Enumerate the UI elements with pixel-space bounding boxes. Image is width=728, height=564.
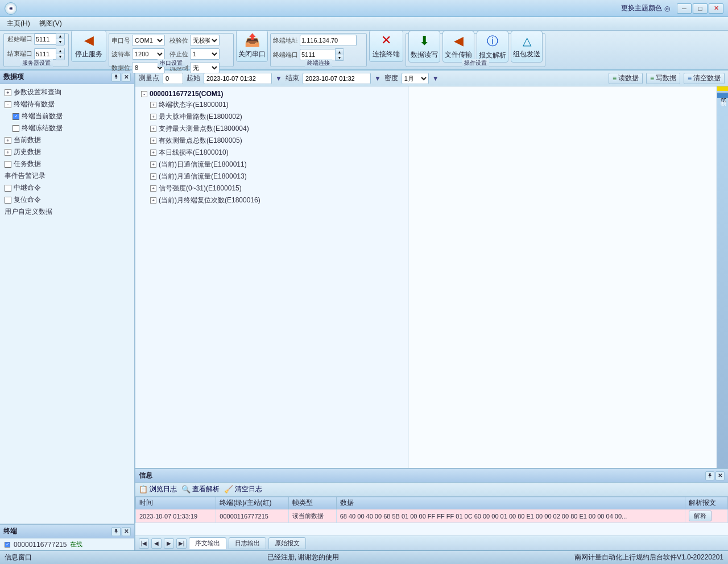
tree-item-task[interactable]: 任务数据 (0, 158, 134, 170)
tree-item-current[interactable]: + 当前数据 (0, 134, 134, 146)
check-reset[interactable] (5, 197, 11, 204)
write-data-btn[interactable]: ≡ 写数据 (646, 73, 680, 84)
baud-select[interactable]: 1200 (132, 48, 165, 60)
read-data-btn[interactable]: ≡ 读数据 (609, 73, 643, 84)
expand-item-6[interactable]: + (150, 173, 156, 180)
theme-label[interactable]: 更换主题颜色 (621, 3, 662, 13)
report-analyze-button[interactable]: ⓘ 报文解析 (477, 31, 508, 63)
bottom-tab-log[interactable]: 日志输出 (229, 537, 266, 549)
tab-analyze[interactable]: 🔍 查看解析 (181, 484, 220, 494)
data-tree-item-8[interactable]: + (当前)月终端复位次数(E1800016) (135, 194, 408, 206)
expand-item-4[interactable]: + (150, 150, 156, 156)
measure-input[interactable] (163, 73, 183, 84)
tree-item-frozen-data[interactable]: 终端冻结数据 (0, 122, 134, 134)
data-tree-item-1[interactable]: + 最大脉冲量路数(E1800002) (135, 111, 408, 123)
terminal-list-item[interactable]: ✓ 00000116777215 在线 (0, 538, 134, 550)
connect-button[interactable]: ✕ 连接终端 (369, 30, 403, 62)
expand-item-1[interactable]: + (150, 114, 156, 120)
clear-data-btn[interactable]: ≡ 清空数据 (684, 73, 725, 84)
density-select[interactable]: 1月 (402, 73, 429, 84)
stop-bit-row: 停止位 1 (169, 48, 220, 60)
file-transfer-button[interactable]: ◀ 文件传输 (442, 31, 474, 63)
tree-item-current-data[interactable]: ✓ 终端当前数据 (0, 110, 134, 122)
info-close[interactable]: ✕ (715, 471, 725, 480)
terminal-addr-input[interactable] (300, 35, 357, 46)
data-tree-item-6[interactable]: + (当前)月通信流量(E1800013) (135, 171, 408, 183)
tree-item-reset[interactable]: 复位命令 (0, 194, 134, 206)
com-select[interactable]: COM1 (132, 35, 165, 46)
bottom-tab-seq[interactable]: 序文输出 (189, 537, 226, 549)
restore-button[interactable]: □ (693, 3, 708, 14)
terminal-port-up[interactable]: ▲ (336, 49, 344, 55)
terminal-checkbox[interactable]: ✓ (5, 542, 10, 548)
tree-item-terminal-data[interactable]: - 终端待有数据 (0, 98, 134, 110)
expand-root[interactable]: - (141, 91, 147, 97)
tree-item-params[interactable]: + 参数设置和查询 (0, 86, 134, 98)
help-icon[interactable]: ◎ (664, 5, 670, 13)
data-tree-root[interactable]: - 0000011677215(COM1) (135, 89, 408, 99)
write-data-btn-icon: ≡ (650, 74, 654, 82)
start-port-down[interactable]: ▼ (56, 39, 64, 45)
data-tree-item-7[interactable]: + 信号强度(0~31)(E1800015) (135, 183, 408, 194)
check-task[interactable] (5, 161, 11, 168)
expand-item-5[interactable]: + (150, 161, 156, 168)
data-tree-item-3[interactable]: + 有效测量点总数(E1800005) (135, 135, 408, 147)
menu-home[interactable]: 主页(H) (2, 18, 35, 30)
expand-item-3[interactable]: + (150, 138, 156, 144)
check-frozen-data[interactable] (13, 125, 19, 132)
end-port-down[interactable]: ▼ (56, 54, 64, 60)
tree-item-history[interactable]: + 历史数据 (0, 146, 134, 158)
expand-item-7[interactable]: + (150, 185, 156, 192)
check-select[interactable]: 无校验 (190, 35, 220, 46)
expand-terminal-data[interactable]: - (5, 101, 11, 108)
data-tree-item-4[interactable]: + 本日线损率(E1800010) (135, 147, 408, 159)
terminal-port-input[interactable] (300, 49, 335, 60)
end-date-input[interactable] (303, 73, 371, 84)
nav-first[interactable]: |◀ (139, 538, 149, 549)
terminal-pin[interactable]: 🖈 (111, 527, 121, 536)
data-tree-item-2[interactable]: + 支持最大测量点数(E1800004) (135, 123, 408, 135)
flow-select[interactable]: 无 (190, 62, 220, 73)
terminal-close[interactable]: ✕ (122, 527, 131, 536)
info-pin[interactable]: 🖈 (705, 471, 714, 480)
parse-button-0[interactable]: 解释 (689, 511, 712, 521)
minimize-button[interactable]: ─ (677, 3, 692, 14)
expand-item-0[interactable]: + (150, 102, 156, 108)
nav-next[interactable]: ▶ (164, 538, 174, 549)
expand-params[interactable]: + (5, 89, 11, 96)
terminal-port-down[interactable]: ▼ (336, 55, 344, 60)
stop-bit-select[interactable]: 1 (190, 48, 220, 60)
close-button[interactable]: ✕ (709, 3, 723, 14)
tree-item-relay[interactable]: 中继命令 (0, 182, 134, 194)
tab-log[interactable]: 📋 浏览日志 (139, 484, 177, 494)
nav-prev[interactable]: ◀ (151, 538, 162, 549)
tab-clear[interactable]: 🧹 清空日志 (224, 484, 262, 494)
close-port-button[interactable]: 📤 关闭串口 (236, 30, 268, 62)
tree-item-event[interactable]: 事件告警记录 (0, 170, 134, 182)
start-port-spinbox[interactable]: ▲ ▼ (34, 33, 65, 45)
check-current-data[interactable]: ✓ (13, 113, 19, 120)
tree-item-custom[interactable]: 用户自定义数据 (0, 206, 134, 218)
end-dropdown-icon[interactable]: ▼ (374, 74, 381, 82)
expand-history[interactable]: + (5, 149, 11, 156)
expand-item-8[interactable]: + (150, 197, 156, 204)
expand-item-2[interactable]: + (150, 126, 156, 132)
end-port-input[interactable] (34, 48, 56, 60)
start-dropdown-icon[interactable]: ▼ (275, 74, 282, 82)
package-send-button[interactable]: △ 组包发送 (511, 31, 543, 63)
start-port-up[interactable]: ▲ (56, 34, 64, 39)
read-data-button[interactable]: ⬇ 数据读写 (408, 31, 440, 63)
menu-view[interactable]: 视图(V) (35, 18, 67, 30)
check-relay[interactable] (5, 185, 11, 192)
start-date-input[interactable] (204, 73, 272, 84)
stop-service-button[interactable]: ◀ 停止服务 (71, 30, 106, 62)
start-port-input[interactable] (34, 34, 56, 45)
end-port-spinbox[interactable]: ▲ ▼ (34, 48, 65, 60)
bottom-tab-raw[interactable]: 原始报文 (268, 537, 306, 549)
data-tree-item-0[interactable]: + 终端状态字(E1800001) (135, 99, 408, 111)
end-port-up[interactable]: ▲ (56, 48, 64, 54)
nav-last[interactable]: ▶| (176, 538, 187, 549)
data-tree-item-5[interactable]: + (当前)日通信流量(E1800011) (135, 159, 408, 171)
theme-control[interactable]: 更换主题颜色 ◎ (621, 3, 670, 14)
expand-current[interactable]: + (5, 137, 11, 144)
